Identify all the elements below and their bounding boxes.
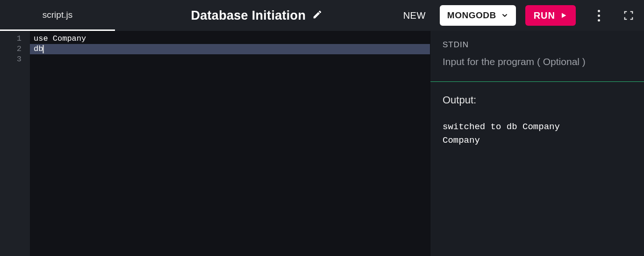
run-button-label: RUN [534, 10, 555, 21]
kebab-icon [598, 10, 600, 22]
output-label: Output: [443, 94, 632, 106]
app-root: script.js Database Initiation NEW MONGOD… [0, 0, 644, 256]
line-gutter: 1 2 3 [0, 31, 30, 256]
fullscreen-icon [623, 10, 634, 21]
new-button-label: NEW [403, 10, 426, 21]
line-number: 2 [0, 44, 30, 54]
code-line: use Company [30, 34, 430, 44]
new-button[interactable]: NEW [399, 10, 430, 21]
fullscreen-button[interactable] [622, 8, 636, 22]
language-select[interactable]: MONGODB [440, 5, 516, 26]
stdin-input[interactable]: Input for the program ( Optional ) [443, 56, 632, 67]
stdin-section: STDIN Input for the program ( Optional ) [430, 31, 644, 81]
chevron-down-icon [501, 12, 508, 19]
code-editor[interactable]: 1 2 3 use Company db [0, 31, 430, 256]
edit-title-button[interactable] [312, 9, 322, 22]
text-cursor [43, 45, 43, 53]
io-panel: STDIN Input for the program ( Optional )… [430, 31, 644, 256]
code-text: db [34, 44, 43, 53]
line-number: 3 [0, 54, 30, 65]
output-text: switched to db Company Company [443, 120, 632, 148]
stdin-placeholder: Input for the program ( Optional ) [443, 56, 586, 67]
language-select-label: MONGODB [447, 10, 496, 21]
code-text: use Company [34, 34, 86, 43]
title-area: Database Initiation [115, 8, 399, 23]
toolbar-right: NEW MONGODB RUN [399, 5, 636, 26]
code-area[interactable]: use Company db [30, 31, 430, 256]
file-tab[interactable]: script.js [0, 0, 115, 31]
code-line [30, 54, 430, 65]
project-title: Database Initiation [191, 8, 306, 23]
line-number: 1 [0, 34, 30, 44]
output-section: Output: switched to db Company Company [430, 82, 644, 160]
file-tab-label: script.js [43, 10, 72, 20]
top-bar: script.js Database Initiation NEW MONGOD… [0, 0, 644, 31]
play-icon [560, 12, 567, 19]
pencil-icon [312, 9, 322, 20]
stdin-label: STDIN [443, 40, 632, 50]
more-menu-button[interactable] [592, 8, 606, 22]
code-line: db [30, 44, 430, 54]
run-button[interactable]: RUN [525, 5, 576, 26]
main-area: 1 2 3 use Company db STDIN Input for the… [0, 31, 644, 256]
